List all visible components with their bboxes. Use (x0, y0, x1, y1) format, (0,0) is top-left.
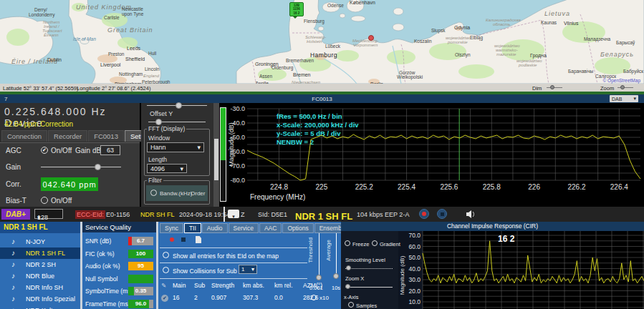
y-axis-label: Magnitude (dB) (399, 255, 405, 295)
service-dropdown-button[interactable]: ▾ (228, 210, 239, 218)
speaker-icon[interactable] (466, 210, 477, 219)
zoom-x-slider[interactable] (345, 287, 393, 288)
average-slider-knob[interactable] (333, 273, 339, 279)
freeze-radio[interactable] (345, 240, 350, 246)
threshold-slider[interactable] (319, 233, 319, 279)
dim-label: Dim (532, 85, 542, 92)
dim-slider-knob[interactable] (550, 85, 554, 89)
zoom-x-knob[interactable] (345, 284, 350, 289)
spectrum-display[interactable]: -30.0-40.0-50.0-60.0-70.0-80.0224.822522… (226, 103, 644, 207)
sq-metric-value: 95 (128, 263, 153, 269)
x-axis-label: Frequency (MHz) (250, 193, 305, 201)
biast-onoff-radio[interactable] (41, 197, 48, 204)
window-label: Window (148, 134, 170, 142)
station-row[interactable]: ♪NDR Kultur (0, 305, 80, 309)
dim-slider[interactable] (547, 87, 562, 88)
scrollbar-thumb[interactable] (214, 139, 218, 180)
threshold-slider-knob[interactable] (316, 275, 322, 280)
spectrum-annotation: fRes = 500,0 Hz / bin (277, 112, 342, 120)
x-tick-label: 226.2 (567, 183, 585, 191)
tii-transmitter-marker[interactable]: 12B115616 2 (289, 2, 304, 16)
y-tick-label: 70.0 (408, 232, 420, 239)
device-tab-connection[interactable]: Connection (1, 130, 47, 142)
map-view[interactable]: United KingdomDerry/LondonderryNewcastle… (0, 0, 644, 84)
station-row[interactable]: ♪NDR 2 SH (0, 259, 80, 270)
tii-panel: SyncTIIAudioServiceAACOptionsEnsemble Sh… (158, 222, 341, 309)
smoothing-level-knob[interactable] (346, 265, 351, 270)
zoom-slider-knob[interactable] (620, 85, 625, 89)
record-button[interactable] (419, 209, 429, 219)
window-select[interactable]: Hann ▾ (147, 142, 204, 152)
tii-table-row[interactable]: ✔1620.907307.30.0282.6 (161, 294, 329, 302)
export-file-icon[interactable] (196, 236, 201, 243)
show-all-entries-radio[interactable] (163, 252, 169, 258)
row-selected-icon[interactable]: ✔ (161, 294, 173, 302)
station-row[interactable]: ♪NDR Blue (0, 270, 80, 282)
bandwidth-radio[interactable] (150, 190, 157, 196)
subid-select[interactable]: 1 ▾ (239, 265, 257, 274)
tii-tab-ensemble[interactable]: Ensemble (314, 223, 341, 233)
x10-radio[interactable] (311, 295, 317, 300)
station-row[interactable]: ♪NDR Info Spezial (0, 293, 80, 305)
signal-level-fill (221, 108, 226, 160)
tii-col-header: km rel. (274, 282, 303, 289)
offset-y-slider-knob[interactable] (155, 119, 162, 125)
sq-metric-bar: 95 (128, 262, 153, 270)
smoothing-level-slider[interactable] (345, 268, 393, 269)
y-tick-label: 20.0 (408, 288, 420, 295)
station-row[interactable]: ♪NDR Info SH (0, 282, 80, 293)
gradient-radio[interactable] (372, 240, 378, 246)
tii-tab-service[interactable]: Service (229, 223, 259, 233)
cir-plot[interactable]: 70.060.050.040.030.020.010.0Magnitude (d… (398, 231, 644, 309)
marker-line: 16 2 (291, 11, 302, 15)
show-collisions-radio[interactable] (163, 267, 169, 273)
osm-attribution-link[interactable]: © OpenStreetMap (603, 78, 640, 83)
average-slider[interactable] (336, 233, 337, 279)
sq-metric-bar (128, 275, 153, 283)
gain-slider-knob[interactable] (95, 164, 101, 170)
tii-tab-aac[interactable]: AAC (259, 223, 282, 233)
agc-onoff-radio[interactable] (41, 147, 48, 154)
offset-x-slider-knob[interactable] (176, 102, 182, 109)
spectrum-annotation: x-Scale: 200,000 kHz / div (277, 121, 359, 129)
cir-controls: Freeze Gradient Smoothing Level Zoom X x… (341, 231, 398, 309)
map-canvas (0, 0, 644, 84)
separator (160, 278, 307, 279)
y-tick-label: 30.0 (408, 276, 420, 283)
station-name: NDR Info SH (26, 284, 63, 291)
tii-tab-options[interactable]: Options (282, 223, 313, 233)
tii-id-annotation: 16 2 (498, 234, 515, 244)
tii-cell: 0.0 (274, 294, 303, 302)
gain-db-label: Gain dB (75, 147, 101, 154)
threshold-value: 0.061 (309, 285, 323, 291)
station-name: NDR 2 SH (26, 261, 56, 268)
sq-metric-bar: 96.0 (128, 300, 153, 308)
device-tab-fc0013[interactable]: FC0013 (88, 130, 124, 142)
vertical-scrollbar[interactable] (213, 103, 219, 207)
length-select[interactable]: 4096 ▾ (147, 164, 187, 173)
tii-tab-audio[interactable]: Audio (202, 223, 228, 233)
stop-button[interactable] (437, 209, 447, 219)
channel-select[interactable]: 128 ▾ (34, 209, 63, 219)
tii-red-led-icon (170, 237, 174, 242)
stop-icon (441, 212, 444, 216)
station-name: NDR Blue (26, 273, 54, 280)
red-map-marker[interactable] (368, 35, 374, 41)
music-note-icon: ♪ (11, 283, 15, 291)
mode-dropdown[interactable]: DAB ▾ (610, 95, 638, 102)
tii-tab-sync[interactable]: Sync (160, 223, 183, 233)
isle-of-man-land (80, 39, 89, 44)
tii-tab-tii[interactable]: TII (184, 223, 201, 233)
spectrum-title-bar: 7 FC0013 DAB ▾ (0, 94, 644, 103)
samples-radio[interactable] (348, 302, 354, 308)
x10-label: x10 (319, 295, 329, 301)
island-small-2 (318, 26, 324, 31)
station-row[interactable]: ♪N-JOY (0, 236, 80, 247)
gain-db-input[interactable] (100, 145, 120, 155)
music-note-icon: ♪ (11, 249, 15, 257)
station-row[interactable]: ♪NDR 1 SH FL (0, 247, 80, 259)
station-name: NDR 1 SH FL (26, 250, 65, 257)
device-tab-recorder[interactable]: Recorder (48, 130, 87, 142)
ppm-correction-readout: 42.64 ppm Correction (4, 120, 73, 128)
gain-slider[interactable] (41, 167, 121, 167)
